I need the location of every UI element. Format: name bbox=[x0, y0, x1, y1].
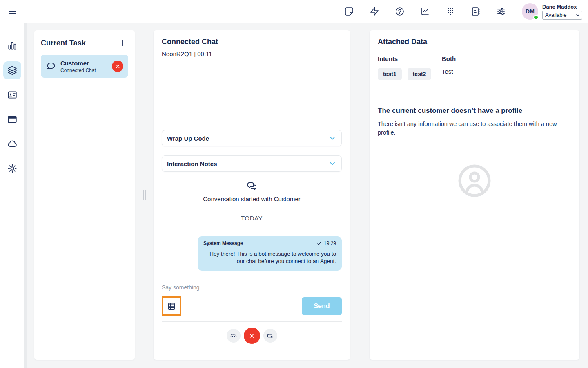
end-chat-x-icon bbox=[249, 333, 255, 339]
left-sidebar bbox=[0, 23, 24, 368]
chat-action-bar bbox=[162, 328, 342, 353]
intent-chip: test1 bbox=[378, 68, 402, 80]
current-task-panel: Current Task Customer Connected Chat bbox=[34, 30, 135, 360]
sidebar-item-activity[interactable] bbox=[3, 37, 21, 55]
both-column: Both Test bbox=[442, 55, 456, 80]
task-type: Connected Chat bbox=[60, 67, 108, 73]
close-icon bbox=[115, 64, 120, 69]
intent-chip: test2 bbox=[408, 68, 432, 80]
avatar[interactable]: DM bbox=[522, 3, 538, 20]
transfer-button[interactable] bbox=[227, 329, 241, 343]
message-time: 19:29 bbox=[324, 240, 336, 246]
interactions-layers-icon bbox=[7, 65, 18, 76]
task-texts: Customer Connected Chat bbox=[60, 60, 108, 73]
preferences-button[interactable] bbox=[496, 6, 506, 17]
interactions-button[interactable] bbox=[369, 6, 380, 17]
close-task-button[interactable] bbox=[112, 61, 123, 72]
cloud-icon bbox=[7, 139, 18, 149]
interaction-notes-accordion[interactable]: Interaction Notes bbox=[162, 155, 342, 172]
message-meta: 19:29 bbox=[317, 240, 336, 246]
dialpad-button[interactable] bbox=[445, 6, 456, 17]
sidebar-item-apps[interactable] bbox=[3, 110, 21, 128]
directory-button[interactable] bbox=[470, 6, 481, 17]
directory-icon bbox=[471, 7, 481, 16]
right-gap bbox=[350, 30, 370, 360]
help-icon bbox=[395, 7, 405, 16]
profile-placeholder-icon bbox=[457, 163, 492, 198]
resize-handle-right[interactable] bbox=[359, 190, 361, 200]
sidebar-item-interactions[interactable] bbox=[3, 61, 21, 79]
preferences-sliders-icon bbox=[496, 7, 506, 16]
device-button[interactable] bbox=[263, 329, 277, 343]
wrap-up-code-label: Wrap Up Code bbox=[167, 135, 209, 142]
compose-divider-bottom bbox=[162, 321, 342, 322]
avatar-initials: DM bbox=[526, 8, 535, 15]
notes-icon bbox=[344, 7, 354, 16]
both-label: Both bbox=[442, 55, 456, 62]
connected-chat-panel: Connected Chat NeonR2Q1 | 00:11 Wrap Up … bbox=[154, 30, 350, 360]
contacts-card-icon bbox=[7, 90, 18, 100]
conversation-icon bbox=[246, 181, 258, 193]
app: DM Dane Maddox Available bbox=[0, 0, 588, 368]
chat-session-info: NeonR2Q1 | 00:11 bbox=[162, 50, 342, 57]
system-message-bubble: System Message 19:29 Hey there! This is … bbox=[198, 236, 342, 271]
attached-data-panel: Attached Data Intents test1 test2 Both T… bbox=[370, 30, 579, 360]
conversation-started-block: Conversation started with Customer bbox=[162, 181, 342, 202]
user-block: DM Dane Maddox Available bbox=[522, 3, 582, 20]
apps-window-icon bbox=[7, 114, 18, 125]
canned-responses-icon bbox=[167, 302, 176, 311]
left-gap bbox=[135, 30, 154, 360]
profile-placeholder bbox=[378, 163, 571, 198]
compose-divider-top bbox=[162, 280, 342, 280]
hamburger-menu-button[interactable] bbox=[7, 5, 19, 18]
help-button[interactable] bbox=[394, 6, 405, 17]
message-sender: System Message bbox=[203, 240, 243, 246]
end-chat-button[interactable] bbox=[244, 328, 260, 344]
top-bar: DM Dane Maddox Available bbox=[0, 0, 588, 23]
topbar-icon-group bbox=[344, 6, 506, 17]
intents-chips: test1 test2 bbox=[378, 68, 442, 80]
compose-row: Send bbox=[162, 296, 342, 316]
user-name: Dane Maddox bbox=[542, 4, 582, 10]
sidebar-item-contacts[interactable] bbox=[3, 86, 21, 104]
add-task-button[interactable] bbox=[118, 38, 128, 48]
day-divider: TODAY bbox=[162, 215, 342, 222]
settings-gear-icon bbox=[7, 163, 18, 174]
wrap-up-code-accordion[interactable]: Wrap Up Code bbox=[162, 130, 342, 146]
no-profile-text: There isn’t any information we can use t… bbox=[378, 120, 571, 137]
notes-button[interactable] bbox=[344, 6, 354, 17]
divider-line bbox=[162, 218, 235, 218]
chat-title: Connected Chat bbox=[162, 38, 342, 46]
task-item-customer[interactable]: Customer Connected Chat bbox=[41, 55, 128, 78]
intents-column: Intents test1 test2 bbox=[378, 55, 442, 80]
current-task-title: Current Task bbox=[41, 39, 86, 47]
performance-chart-icon bbox=[420, 7, 430, 16]
body-row: Current Task Customer Connected Chat bbox=[0, 23, 588, 368]
chat-bubble-icon bbox=[46, 61, 56, 72]
conversation-started-text: Conversation started with Customer bbox=[203, 195, 300, 202]
intents-label: Intents bbox=[378, 55, 442, 62]
status-select-wrap: Available bbox=[542, 11, 582, 20]
dialpad-icon bbox=[445, 7, 455, 16]
both-value: Test bbox=[442, 68, 456, 75]
status-dot bbox=[533, 15, 539, 20]
plus-icon bbox=[118, 38, 127, 47]
resize-handle-left[interactable] bbox=[143, 190, 146, 200]
current-task-header: Current Task bbox=[41, 38, 128, 48]
attached-data-grid: Intents test1 test2 Both Test bbox=[378, 55, 571, 80]
activity-icon bbox=[7, 40, 18, 51]
sidebar-item-settings[interactable] bbox=[3, 159, 21, 177]
status-select[interactable]: Available bbox=[542, 11, 582, 20]
interactions-lightning-icon bbox=[370, 7, 379, 16]
attached-data-title: Attached Data bbox=[378, 38, 571, 46]
main-content: Current Task Customer Connected Chat bbox=[27, 23, 588, 368]
transfer-icon bbox=[230, 332, 237, 339]
check-icon bbox=[317, 241, 322, 246]
sidebar-item-cloud[interactable] bbox=[3, 135, 21, 153]
performance-button[interactable] bbox=[420, 6, 430, 17]
send-button[interactable]: Send bbox=[302, 297, 342, 315]
canned-responses-button[interactable] bbox=[162, 296, 181, 316]
attached-data-divider bbox=[378, 94, 571, 94]
chat-message-input[interactable] bbox=[162, 284, 342, 291]
bubble-header: System Message 19:29 bbox=[203, 240, 336, 246]
